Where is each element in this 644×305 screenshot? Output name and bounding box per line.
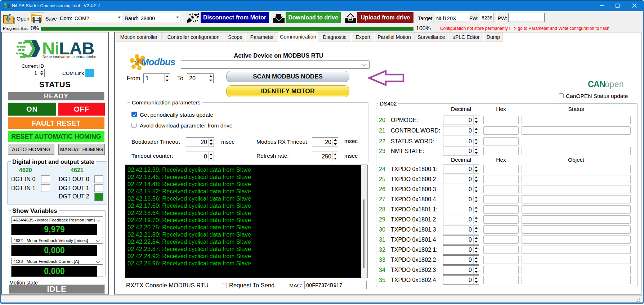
svg-text:Neue innovative Linearantriebe: Neue innovative Linearantriebe — [43, 54, 96, 59]
svg-text:open: open — [605, 80, 624, 89]
svg-text:Modbus: Modbus — [141, 57, 175, 67]
svg-text:CAN: CAN — [588, 80, 605, 89]
